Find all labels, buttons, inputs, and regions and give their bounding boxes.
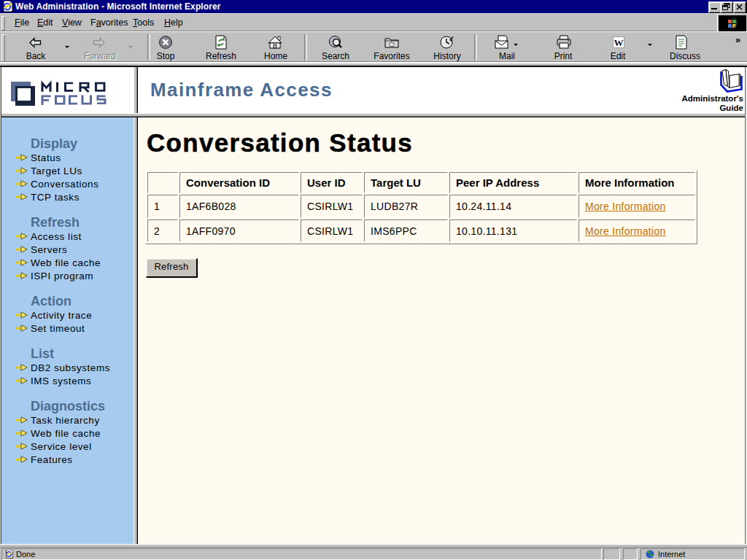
svg-text:W: W <box>614 37 624 48</box>
